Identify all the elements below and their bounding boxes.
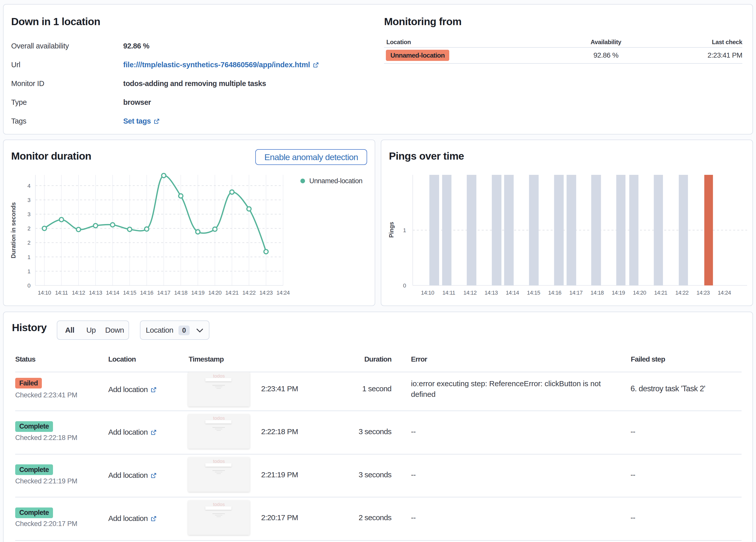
svg-text:0: 0	[403, 283, 406, 289]
svg-text:14:24: 14:24	[718, 290, 731, 296]
svg-text:14:16: 14:16	[548, 290, 561, 296]
svg-text:14:12: 14:12	[72, 290, 85, 296]
svg-text:14:17: 14:17	[569, 290, 583, 296]
svg-text:14:11: 14:11	[442, 290, 455, 296]
svg-text:0: 0	[27, 283, 30, 289]
svg-text:3: 3	[27, 197, 30, 203]
svg-text:14:23: 14:23	[696, 290, 710, 296]
svg-text:2: 2	[27, 225, 30, 232]
svg-text:14:18: 14:18	[174, 290, 187, 296]
svg-text:14:13: 14:13	[89, 290, 102, 296]
svg-text:14:19: 14:19	[612, 290, 625, 296]
svg-text:14:15: 14:15	[527, 290, 540, 296]
svg-text:2: 2	[27, 239, 30, 246]
svg-text:14:19: 14:19	[191, 290, 204, 296]
svg-text:14:20: 14:20	[633, 290, 646, 296]
svg-text:14:15: 14:15	[123, 290, 136, 296]
svg-text:14:18: 14:18	[590, 290, 604, 296]
svg-text:14:17: 14:17	[157, 290, 170, 296]
svg-text:1: 1	[403, 227, 406, 233]
svg-text:14:21: 14:21	[225, 290, 239, 296]
svg-text:14:14: 14:14	[106, 290, 119, 296]
svg-text:1: 1	[27, 254, 30, 260]
svg-text:14:23: 14:23	[259, 290, 273, 296]
svg-text:14:21: 14:21	[654, 290, 667, 296]
svg-text:14:11: 14:11	[55, 290, 68, 296]
svg-text:4: 4	[27, 183, 30, 189]
svg-text:14:20: 14:20	[208, 290, 222, 296]
svg-text:14:10: 14:10	[421, 290, 434, 296]
svg-text:14:10: 14:10	[38, 290, 51, 296]
svg-text:3: 3	[27, 211, 30, 217]
svg-text:14:13: 14:13	[484, 290, 498, 296]
svg-text:14:22: 14:22	[675, 290, 689, 296]
svg-text:14:12: 14:12	[463, 290, 477, 296]
svg-text:14:14: 14:14	[506, 290, 519, 296]
svg-text:14:22: 14:22	[242, 290, 256, 296]
svg-text:14:24: 14:24	[277, 290, 290, 296]
svg-text:1: 1	[27, 268, 30, 275]
svg-text:14:16: 14:16	[140, 290, 153, 296]
